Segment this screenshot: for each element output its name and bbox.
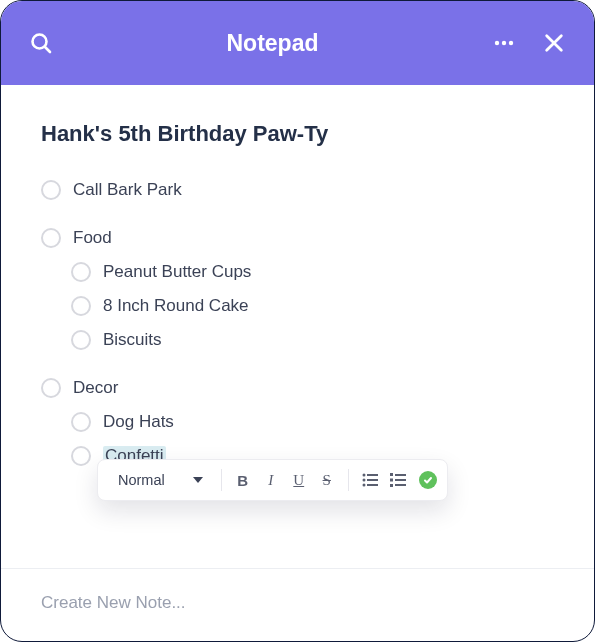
svg-rect-15 <box>390 479 393 482</box>
list-item[interactable]: Peanut Butter Cups <box>41 255 564 289</box>
svg-rect-16 <box>395 479 406 481</box>
app-title: Notepad <box>227 30 319 57</box>
svg-point-7 <box>362 474 365 477</box>
svg-rect-18 <box>395 484 406 486</box>
list-item-label: Decor <box>73 378 118 398</box>
toolbar-divider <box>221 469 222 491</box>
confirm-icon[interactable] <box>419 471 437 489</box>
footer: Create New Note... <box>1 568 594 641</box>
underline-button[interactable]: U <box>288 469 310 491</box>
svg-point-9 <box>362 479 365 482</box>
svg-rect-13 <box>390 473 393 476</box>
checkbox[interactable] <box>71 412 91 432</box>
svg-rect-8 <box>367 474 378 476</box>
note-title[interactable]: Hank's 5th Birthday Paw-Ty <box>41 121 564 147</box>
checkbox[interactable] <box>71 262 91 282</box>
list-item[interactable]: Decor <box>41 371 564 405</box>
svg-rect-17 <box>390 484 393 487</box>
italic-button[interactable]: I <box>260 469 282 491</box>
svg-point-3 <box>502 41 506 45</box>
svg-rect-14 <box>395 474 406 476</box>
text-style-select[interactable]: Normal <box>108 468 211 492</box>
checkbox[interactable] <box>41 228 61 248</box>
text-style-label: Normal <box>118 472 165 488</box>
app-window: Notepad Hank's 5th Birthday Paw-Ty <box>0 0 595 642</box>
svg-rect-12 <box>367 484 378 486</box>
numbered-list-button[interactable] <box>387 469 409 491</box>
list-item-label: Food <box>73 228 112 248</box>
format-toolbar: Normal B I U S <box>97 459 448 501</box>
search-icon[interactable] <box>27 29 55 57</box>
list-item[interactable]: Call Bark Park <box>41 173 564 207</box>
more-icon[interactable] <box>490 29 518 57</box>
checkbox[interactable] <box>71 330 91 350</box>
list-item-label: Biscuits <box>103 330 162 350</box>
bold-button[interactable]: B <box>232 469 254 491</box>
checkbox[interactable] <box>41 378 61 398</box>
bullet-list-button[interactable] <box>359 469 381 491</box>
toolbar-divider <box>348 469 349 491</box>
svg-line-1 <box>45 47 50 52</box>
svg-point-11 <box>362 484 365 487</box>
svg-rect-10 <box>367 479 378 481</box>
checklist: Call Bark Park Food Peanut Butter Cups 8… <box>41 173 564 473</box>
checkbox[interactable] <box>41 180 61 200</box>
list-item[interactable]: Biscuits <box>41 323 564 357</box>
list-item[interactable]: Dog Hats <box>41 405 564 439</box>
list-item-label: 8 Inch Round Cake <box>103 296 249 316</box>
checkbox[interactable] <box>71 296 91 316</box>
list-item-label: Call Bark Park <box>73 180 182 200</box>
checkbox[interactable] <box>71 446 91 466</box>
app-header: Notepad <box>1 1 594 85</box>
list-item[interactable]: 8 Inch Round Cake <box>41 289 564 323</box>
chevron-down-icon <box>193 477 203 483</box>
strike-button[interactable]: S <box>316 469 338 491</box>
close-icon[interactable] <box>540 29 568 57</box>
list-item-label: Dog Hats <box>103 412 174 432</box>
list-item[interactable]: Food <box>41 221 564 255</box>
list-item-label: Peanut Butter Cups <box>103 262 251 282</box>
svg-point-2 <box>495 41 499 45</box>
create-note-input[interactable]: Create New Note... <box>41 593 564 613</box>
note-content: Hank's 5th Birthday Paw-Ty Call Bark Par… <box>1 85 594 568</box>
svg-point-4 <box>509 41 513 45</box>
